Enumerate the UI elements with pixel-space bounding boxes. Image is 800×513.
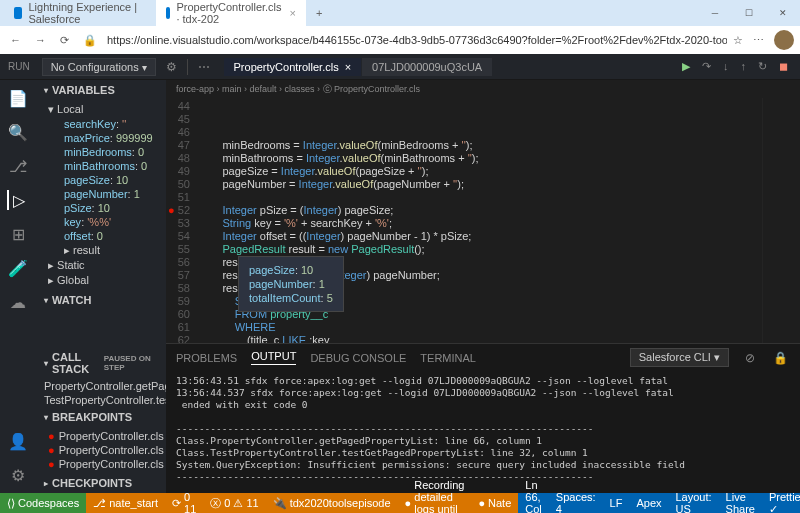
gear-icon[interactable]: ⚙	[164, 58, 179, 76]
watch-header[interactable]: ▾WATCH	[36, 290, 166, 310]
eol[interactable]: LF	[603, 493, 630, 513]
variable-item[interactable]: minBedrooms: 0	[36, 145, 166, 159]
variable-item[interactable]: offset: 0	[36, 229, 166, 243]
output-tab[interactable]: OUTPUT	[251, 350, 296, 365]
editor-tab[interactable]: 07LJD000009uQ3cUA	[362, 58, 492, 76]
maximize-button[interactable]: ☐	[732, 0, 766, 26]
callstack-frame[interactable]: PropertyController.getPagedPropertyLi	[36, 379, 166, 393]
variable-result[interactable]: ▸ result	[36, 243, 166, 258]
global-scope[interactable]: ▸ Global	[36, 273, 166, 288]
editor-tab-active[interactable]: PropertyController.cls×	[224, 58, 362, 76]
favorite-icon[interactable]: ☆	[733, 34, 743, 47]
output-content[interactable]: 13:56:43.51 sfdx force:apex:log:get --lo…	[166, 371, 800, 493]
breakpoints-header[interactable]: ▾BREAKPOINTS	[36, 407, 166, 427]
variable-item[interactable]: pageSize: 10	[36, 173, 166, 187]
terminal-tab[interactable]: TERMINAL	[420, 352, 476, 364]
variable-item[interactable]: minBathrooms: 0	[36, 159, 166, 173]
explorer-icon[interactable]: 📄	[8, 88, 28, 108]
search-icon[interactable]: 🔍	[8, 122, 28, 142]
indentation[interactable]: Spaces: 4	[549, 493, 603, 513]
output-channel-dropdown[interactable]: Salesforce CLI ▾	[630, 348, 729, 367]
menu-icon[interactable]: ⋯	[753, 34, 764, 47]
paused-badge: PAUSED ON STEP	[104, 354, 158, 372]
restart-button[interactable]: ↻	[754, 58, 771, 75]
static-scope[interactable]: ▸ Static	[36, 258, 166, 273]
step-out-button[interactable]: ↑	[737, 58, 751, 75]
prettier[interactable]: Prettier ✓	[762, 493, 800, 513]
branch-indicator[interactable]: ⎇ nate_start	[86, 493, 165, 513]
close-icon[interactable]: ×	[345, 61, 351, 73]
variables-header[interactable]: ▾VARIABLES	[36, 80, 166, 100]
errors-warnings[interactable]: ⓧ 0 ⚠ 11	[203, 493, 265, 513]
step-into-button[interactable]: ↓	[719, 58, 733, 75]
problems-tab[interactable]: PROBLEMS	[176, 352, 237, 364]
close-button[interactable]: ✕	[766, 0, 800, 26]
variable-item[interactable]: searchKey: ''	[36, 117, 166, 131]
local-scope[interactable]: ▾ Local	[36, 102, 166, 117]
debug-console-tab[interactable]: DEBUG CONSOLE	[310, 352, 406, 364]
new-tab-button[interactable]: +	[308, 3, 330, 23]
nate-indicator[interactable]: ● Nate	[471, 493, 518, 513]
url-input[interactable]	[107, 34, 727, 46]
profile-avatar[interactable]	[774, 30, 794, 50]
clear-icon[interactable]: ⊘	[743, 349, 757, 367]
lock-scroll-icon[interactable]: 🔒	[771, 349, 790, 367]
cloud-icon[interactable]: ☁	[8, 292, 28, 312]
browser-tab-active[interactable]: PropertyController.cls · tdx-202×	[156, 0, 306, 29]
org-indicator[interactable]: 🔌 tdx2020toolsepisode	[266, 493, 398, 513]
browser-tab-strip: Lightning Experience | Salesforce Proper…	[0, 0, 800, 26]
breadcrumb[interactable]: force-app › main › default › classes › ⓒ…	[166, 80, 800, 98]
debug-sidebar: ▾VARIABLES ▾ Local searchKey: ''maxPrice…	[36, 80, 166, 493]
cursor-position[interactable]: Ln 66, Col 11	[518, 493, 549, 513]
keyboard-layout[interactable]: Layout: US	[669, 493, 719, 513]
recording-indicator[interactable]: ● Recording detailed logs until 2:25 PM	[398, 493, 472, 513]
breakpoint-item[interactable]: ● PropertyController.cls force-app/mai..…	[36, 443, 166, 457]
tab-label: Lightning Experience | Salesforce	[28, 1, 144, 25]
lock-icon: 🔒	[79, 32, 101, 49]
browser-tab[interactable]: Lightning Experience | Salesforce	[4, 0, 154, 29]
address-bar: ← → ⟳ 🔒 ☆ ⋯	[0, 26, 800, 54]
minimize-button[interactable]: ─	[698, 0, 732, 26]
codespaces-button[interactable]: ⟨⟩ Codespaces	[0, 493, 86, 513]
refresh-button[interactable]: ⟳	[56, 32, 73, 49]
variable-item[interactable]: pageNumber: 1	[36, 187, 166, 201]
editor-top-bar: RUN No Configurations ▾ ⚙ ⋯ PropertyCont…	[0, 54, 800, 80]
run-debug-icon[interactable]: ▷	[7, 190, 27, 210]
variable-item[interactable]: key: '%%'	[36, 215, 166, 229]
debug-hover-tooltip: pageSize: 10pageNumber: 1totalItemCount:…	[238, 256, 344, 312]
variable-item[interactable]: maxPrice: 999999	[36, 131, 166, 145]
minimap[interactable]	[762, 98, 800, 343]
stop-button[interactable]: ◼	[775, 58, 792, 75]
close-icon[interactable]: ×	[290, 7, 296, 19]
source-control-icon[interactable]: ⎇	[8, 156, 28, 176]
debug-config-dropdown[interactable]: No Configurations ▾	[42, 58, 156, 76]
live-share[interactable]: Live Share	[719, 493, 762, 513]
step-over-button[interactable]: ↷	[698, 58, 715, 75]
tab-label: PropertyController.cls · tdx-202	[176, 1, 281, 25]
breakpoint-item[interactable]: ● PropertyController.cls force-app/mai..…	[36, 429, 166, 443]
callstack-frame[interactable]: TestPropertyController.testGetPagedP	[36, 393, 166, 407]
extensions-icon[interactable]: ⊞	[8, 224, 28, 244]
variable-item[interactable]: pSize: 10	[36, 201, 166, 215]
breakpoint-item[interactable]: ● PropertyController.cls force-app/mai..…	[36, 457, 166, 471]
settings-icon[interactable]: ⚙	[8, 465, 28, 485]
language-mode[interactable]: Apex	[629, 493, 668, 513]
sync-indicator[interactable]: ⟳ 0 11	[165, 493, 203, 513]
back-button[interactable]: ←	[6, 32, 25, 48]
code-editor[interactable]: minBedrooms = Integer.valueOf(minBedroom…	[198, 98, 762, 343]
test-icon[interactable]: 🧪	[8, 258, 28, 278]
status-bar: ⟨⟩ Codespaces ⎇ nate_start ⟳ 0 11 ⓧ 0 ⚠ …	[0, 493, 800, 513]
forward-button[interactable]: →	[31, 32, 50, 48]
account-icon[interactable]: 👤	[8, 431, 28, 451]
callstack-header[interactable]: ▾CALL STACKPAUSED ON STEP	[36, 347, 166, 379]
activity-bar: 📄 🔍 ⎇ ▷ ⊞ 🧪 ☁ 👤 ⚙	[0, 80, 36, 493]
run-label: RUN	[8, 61, 30, 72]
line-gutter[interactable]: 4445464748495051● 5253545556575859606162…	[166, 98, 198, 343]
continue-button[interactable]: ▶	[678, 58, 694, 75]
ellipsis-icon[interactable]: ⋯	[196, 58, 212, 76]
checkpoints-header[interactable]: ▸CHECKPOINTS	[36, 473, 166, 493]
panel-tabs: PROBLEMS OUTPUT DEBUG CONSOLE TERMINAL S…	[166, 344, 800, 371]
